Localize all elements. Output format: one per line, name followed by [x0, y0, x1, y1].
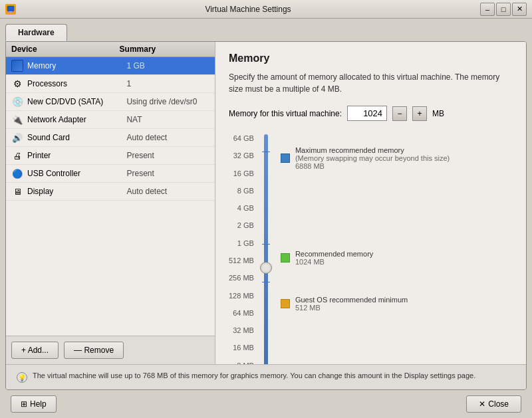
memory-icon	[11, 60, 23, 72]
display-icon: 🖥	[11, 185, 23, 197]
content-panel: Device Summary Memory 1 GB ⚙ Processors …	[5, 41, 527, 390]
slider-markers-area: Maximum recommended memory (Memory swapp…	[273, 134, 450, 364]
tick-guest-min	[262, 282, 270, 282]
usb-icon: 🔵	[11, 167, 23, 179]
label-64gb: 64 GB	[233, 134, 254, 142]
label-32mb: 32 MB	[233, 326, 254, 334]
guest-min-label: Guest OS recommended minimum	[295, 296, 408, 304]
slider-track-area[interactable]	[259, 134, 273, 364]
label-16mb: 16 MB	[233, 344, 254, 352]
titlebar: Virtual Machine Settings – □ ✕	[0, 0, 532, 19]
device-rows: Memory 1 GB ⚙ Processors 1 💿 New CD/DVD …	[6, 57, 215, 336]
device-row-printer[interactable]: 🖨 Printer Present	[6, 147, 215, 165]
device-name-usb: USB Controller	[27, 169, 126, 178]
memory-unit-label: MB	[432, 109, 444, 118]
device-row-sound[interactable]: 🔊 Sound Card Auto detect	[6, 129, 215, 147]
device-summary-usb: Present	[126, 169, 209, 178]
tick-max-recommended	[262, 152, 270, 152]
max-recommended-value: 6888 MB	[295, 162, 450, 170]
minimize-button[interactable]: –	[480, 3, 495, 16]
help-button[interactable]: ⊞ Help	[11, 395, 57, 413]
device-list-footer: + Add... — Remove	[6, 336, 215, 364]
slider-track	[264, 134, 268, 364]
device-summary-cdrom: Using drive /dev/sr0	[126, 97, 209, 106]
device-name-network: Network Adapter	[27, 115, 126, 124]
memory-value-input[interactable]	[347, 106, 387, 121]
device-row-memory[interactable]: Memory 1 GB	[6, 57, 215, 75]
info-icon: 💡	[17, 372, 27, 383]
tick-recommended	[262, 244, 270, 245]
settings-panel: Memory Specify the amount of memory allo…	[215, 42, 526, 364]
app-icon	[5, 4, 16, 15]
device-row-processors[interactable]: ⚙ Processors 1	[6, 75, 215, 93]
label-64mb: 64 MB	[233, 309, 254, 317]
guest-min-value: 512 MB	[295, 304, 408, 312]
recommended-marker: Recommended memory 1024 MB	[281, 250, 450, 266]
content-inner: Device Summary Memory 1 GB ⚙ Processors …	[6, 42, 526, 364]
memory-increment-button[interactable]: +	[412, 106, 427, 121]
guest-min-icon	[281, 299, 290, 308]
close-label: Close	[488, 399, 509, 409]
device-table-header: Device Summary	[6, 42, 215, 57]
recommended-label: Recommended memory	[295, 250, 373, 258]
col-header-device: Device	[11, 45, 120, 54]
device-name-printer: Printer	[27, 151, 126, 160]
printer-icon: 🖨	[11, 150, 23, 161]
device-row-usb[interactable]: 🔵 USB Controller Present	[6, 165, 215, 183]
memory-slider-area: 64 GB 32 GB 16 GB 8 GB 4 GB 2 GB 1 GB 51…	[229, 134, 513, 364]
memory-decrement-button[interactable]: −	[392, 106, 407, 121]
label-128mb: 128 MB	[229, 292, 254, 300]
sound-icon: 🔊	[11, 132, 23, 144]
label-32gb: 32 GB	[233, 152, 254, 159]
device-summary-network: NAT	[126, 115, 209, 124]
label-8gb: 8 GB	[237, 187, 254, 195]
window-controls: – □ ✕	[480, 3, 527, 16]
close-button[interactable]: ✕ Close	[466, 395, 521, 413]
settings-title: Memory	[229, 52, 513, 64]
max-recommended-icon	[281, 154, 290, 163]
device-summary-processors: 1	[126, 79, 209, 88]
device-row-network[interactable]: 🔌 Network Adapter NAT	[6, 111, 215, 129]
help-label: Help	[30, 399, 47, 409]
cdrom-icon: 💿	[11, 96, 23, 108]
recommended-icon	[281, 253, 290, 262]
network-icon: 🔌	[11, 114, 23, 126]
window-body: Hardware Device Summary Memory 1 GB	[0, 19, 532, 418]
guest-min-marker: Guest OS recommended minimum 512 MB	[281, 296, 450, 312]
device-name-processors: Processors	[27, 79, 126, 88]
remove-device-button[interactable]: — Remove	[64, 342, 124, 359]
device-row-cdrom[interactable]: 💿 New CD/DVD (SATA) Using drive /dev/sr0	[6, 93, 215, 111]
device-row-display[interactable]: 🖥 Display Auto detect	[6, 183, 215, 201]
memory-input-row: Memory for this virtual machine: − + MB	[229, 106, 513, 121]
max-recommended-label: Maximum recommended memory	[295, 146, 450, 154]
device-name-memory: Memory	[27, 61, 126, 70]
add-device-button[interactable]: + Add...	[11, 342, 59, 359]
slider-thumb[interactable]	[260, 262, 272, 274]
settings-description: Specify the amount of memory allocated t…	[229, 71, 513, 95]
window-title: Virtual Machine Settings	[16, 5, 480, 14]
slider-labels: 64 GB 32 GB 16 GB 8 GB 4 GB 2 GB 1 GB 51…	[229, 134, 259, 364]
tab-hardware[interactable]: Hardware	[5, 24, 67, 41]
close-x-icon: ✕	[479, 399, 485, 409]
col-header-summary: Summary	[120, 45, 209, 54]
bottom-bar: ⊞ Help ✕ Close	[5, 390, 527, 413]
label-2gb: 2 GB	[237, 221, 254, 229]
device-list: Device Summary Memory 1 GB ⚙ Processors …	[6, 42, 215, 364]
label-512mb: 512 MB	[229, 257, 254, 264]
label-4gb: 4 GB	[237, 204, 254, 212]
max-recommended-marker: Maximum recommended memory (Memory swapp…	[281, 146, 450, 170]
info-row: 💡 The virtual machine will use up to 768…	[6, 364, 526, 389]
device-name-sound: Sound Card	[27, 133, 126, 142]
help-icon: ⊞	[21, 399, 27, 409]
close-window-button[interactable]: ✕	[512, 3, 527, 16]
device-summary-printer: Present	[126, 151, 209, 160]
label-1gb: 1 GB	[237, 239, 254, 247]
tab-bar: Hardware	[5, 24, 527, 41]
maximize-button[interactable]: □	[496, 3, 511, 16]
device-summary-sound: Auto detect	[126, 133, 209, 142]
info-text: The virtual machine will use up to 768 M…	[33, 371, 475, 379]
svg-rect-0	[7, 6, 14, 11]
device-name-display: Display	[27, 187, 126, 196]
recommended-value: 1024 MB	[295, 258, 373, 266]
device-summary-display: Auto detect	[126, 187, 209, 196]
